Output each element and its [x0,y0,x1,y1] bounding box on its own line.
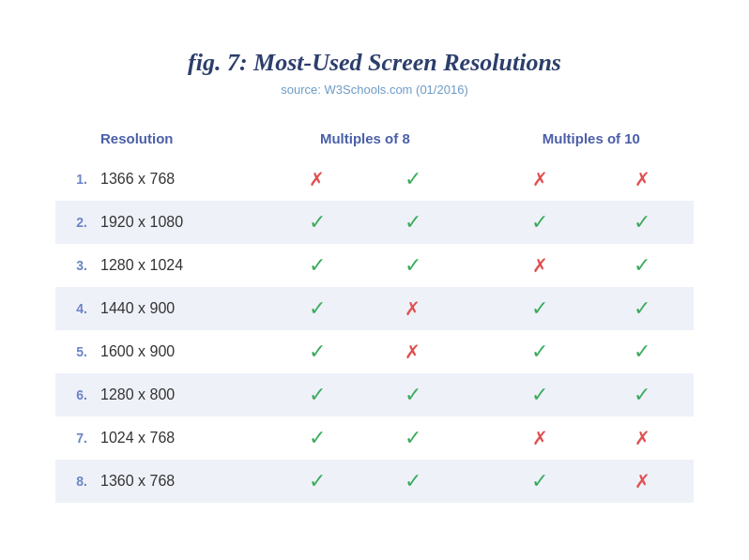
check-icon: ✓ [279,210,356,235]
row-number: 2. [55,201,91,244]
check-icon: ✓ [498,383,582,407]
m8-height-cell: ✓ [365,201,461,244]
table-row: 7. 1024 x 768 ✓ ✓ ✗ ✗ [55,416,694,460]
cross-icon: ✗ [601,168,684,190]
resolution-value: 1920 x 1080 [91,201,269,244]
m8-width-cell: ✓ [269,201,365,244]
row-number: 1. [55,158,91,201]
m8-width-cell: ✓ [269,373,365,416]
m10-height-cell: ✓ [591,373,694,416]
multiples8-header: Multiples of 8 [269,123,461,158]
m10-width-cell: ✗ [489,158,591,201]
check-icon: ✓ [374,383,451,407]
table-row: 1. 1366 x 768 ✗ ✓ ✗ ✗ [55,158,694,201]
m8-height-cell: ✗ [365,330,461,373]
spacer-cell [461,416,489,460]
m10-width-cell: ✓ [489,330,591,373]
m10-height-cell: ✓ [591,244,694,287]
check-icon: ✓ [279,253,356,278]
resolution-table: Resolution Multiples of 8 Multiples of 1… [55,123,694,503]
cross-icon: ✗ [374,341,451,363]
check-icon: ✓ [498,340,582,364]
chart-title: fig. 7: Most-Used Screen Resolutions [55,49,694,77]
check-icon: ✓ [374,253,451,278]
m10-height-cell: ✗ [591,158,694,201]
m10-width-cell: ✓ [489,373,591,416]
resolution-value: 1366 x 768 [91,158,269,201]
cross-icon: ✗ [374,297,451,320]
chart-subtitle: source: W3Schools.com (01/2016) [55,83,694,97]
m8-height-cell: ✓ [365,416,461,460]
m8-width-cell: ✓ [269,287,365,330]
check-icon: ✓ [601,210,684,235]
resolution-value: 1280 x 800 [91,373,269,416]
m8-width-cell: ✓ [269,330,365,373]
check-icon: ✓ [279,296,356,321]
check-icon: ✓ [279,469,356,493]
resolution-header: Resolution [91,123,269,158]
resolution-value: 1600 x 900 [91,330,269,373]
m10-width-cell: ✓ [489,287,591,330]
m10-width-cell: ✓ [489,201,591,244]
col-num-header [55,123,91,158]
cross-icon: ✗ [498,168,582,190]
cross-icon: ✗ [601,470,684,492]
m8-width-cell: ✓ [269,244,365,287]
m10-width-cell: ✓ [489,460,591,503]
m8-height-cell: ✓ [365,373,461,416]
row-number: 6. [55,373,91,416]
table-row: 8. 1360 x 768 ✓ ✓ ✓ ✗ [55,460,694,503]
m8-height-cell: ✓ [365,158,461,201]
check-icon: ✓ [498,210,582,235]
check-icon: ✓ [498,469,582,493]
table-row: 3. 1280 x 1024 ✓ ✓ ✗ ✓ [55,244,694,287]
row-number: 8. [55,460,91,503]
row-number: 5. [55,330,91,373]
m10-width-cell: ✗ [489,244,591,287]
row-number: 4. [55,287,91,330]
spacer-cell [461,460,489,503]
m8-width-cell: ✗ [269,158,365,201]
m10-height-cell: ✓ [591,287,694,330]
m10-width-cell: ✗ [489,416,591,460]
cross-icon: ✗ [279,168,356,190]
row-number: 3. [55,244,91,287]
table-row: 4. 1440 x 900 ✓ ✗ ✓ ✓ [55,287,694,330]
table-row: 2. 1920 x 1080 ✓ ✓ ✓ ✓ [55,201,694,244]
m10-height-cell: ✓ [591,201,694,244]
check-icon: ✓ [601,340,684,364]
check-icon: ✓ [279,426,356,450]
spacer-cell [461,287,489,330]
check-icon: ✓ [601,383,684,407]
m8-width-cell: ✓ [269,460,365,503]
check-icon: ✓ [374,426,451,450]
m8-height-cell: ✗ [365,287,461,330]
spacer-header [461,123,489,158]
check-icon: ✓ [374,167,451,191]
check-icon: ✓ [374,210,451,235]
spacer-cell [461,158,489,201]
resolution-value: 1360 x 768 [91,460,269,503]
resolution-value: 1280 x 1024 [91,244,269,287]
resolution-value: 1024 x 768 [91,416,269,460]
spacer-cell [461,201,489,244]
check-icon: ✓ [601,296,684,321]
m8-height-cell: ✓ [365,244,461,287]
check-icon: ✓ [498,296,582,321]
cross-icon: ✗ [498,427,582,449]
resolution-value: 1440 x 900 [91,287,269,330]
check-icon: ✓ [601,253,684,278]
m10-height-cell: ✓ [591,330,694,373]
check-icon: ✓ [279,340,356,364]
table-row: 6. 1280 x 800 ✓ ✓ ✓ ✓ [55,373,694,416]
cross-icon: ✗ [601,427,684,449]
check-icon: ✓ [279,383,356,407]
spacer-cell [461,373,489,416]
m10-height-cell: ✗ [591,460,694,503]
table-row: 5. 1600 x 900 ✓ ✗ ✓ ✓ [55,330,694,373]
multiples10-header: Multiples of 10 [489,123,694,158]
spacer-cell [461,330,489,373]
check-icon: ✓ [374,469,451,493]
main-card: fig. 7: Most-Used Screen Resolutions sou… [18,21,731,540]
m10-height-cell: ✗ [591,416,694,460]
